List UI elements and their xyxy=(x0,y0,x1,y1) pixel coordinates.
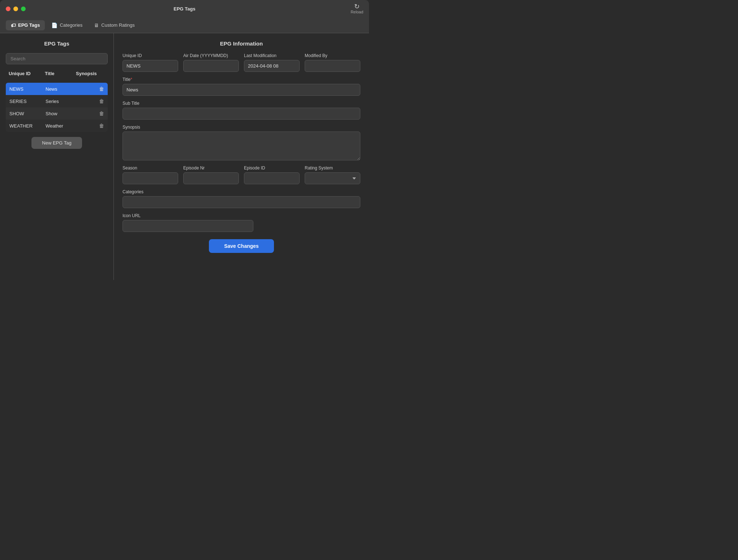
synopsis-group: Synopsis xyxy=(123,125,360,160)
form-row-ids: Unique ID Air Date (YYYYMMDD) Last Modif… xyxy=(123,53,360,72)
delete-icon[interactable]: 🗑 xyxy=(91,98,104,104)
tab-custom-ratings[interactable]: 🖥 Custom Ratings xyxy=(89,20,140,30)
modified-by-group: Modified By xyxy=(305,53,360,72)
season-group: Season xyxy=(123,165,178,184)
delete-icon[interactable]: 🗑 xyxy=(91,123,104,129)
tab-epg-tags[interactable]: 🏷 EPG Tags xyxy=(6,20,45,30)
left-panel-title: EPG Tags xyxy=(6,40,108,47)
row-unique-id: SERIES xyxy=(9,99,46,104)
row-unique-id: SHOW xyxy=(9,111,46,116)
season-input[interactable] xyxy=(123,172,178,184)
required-marker: * xyxy=(130,77,132,82)
categories-label: Categories xyxy=(123,189,360,194)
tabbar: 🏷 EPG Tags 📄 Categories 🖥 Custom Ratings xyxy=(0,17,369,33)
last-modification-label: Last Modification xyxy=(244,53,300,58)
table-row[interactable]: NEWS News 🗑 xyxy=(6,83,108,95)
row-title: Show xyxy=(46,111,91,116)
epg-table: NEWS News 🗑 SERIES Series 🗑 SHOW Show 🗑 … xyxy=(6,83,108,132)
new-epg-tag-button[interactable]: New EPG Tag xyxy=(31,137,82,149)
col-unique-id: Unique ID xyxy=(9,71,45,76)
col-title: Title xyxy=(45,71,76,76)
rating-system-group: Rating System xyxy=(305,165,360,184)
row-title: Series xyxy=(46,99,91,104)
last-modification-input[interactable] xyxy=(244,60,300,72)
tab-epg-tags-label: EPG Tags xyxy=(18,22,40,28)
tab-custom-ratings-label: Custom Ratings xyxy=(101,22,134,28)
icon-url-input[interactable] xyxy=(123,220,253,232)
row-title: Weather xyxy=(46,123,91,129)
episode-id-group: Episode ID xyxy=(244,165,300,184)
right-panel: EPG Information Unique ID Air Date (YYYY… xyxy=(114,33,369,280)
subtitle-label: Sub Title xyxy=(123,101,360,106)
episode-id-input[interactable] xyxy=(244,172,300,184)
maximize-button[interactable] xyxy=(21,7,26,11)
rating-system-label: Rating System xyxy=(305,165,360,171)
minimize-button[interactable] xyxy=(13,7,18,11)
tab-categories[interactable]: 📄 Categories xyxy=(46,20,87,30)
icon-url-label: Icon URL xyxy=(123,213,253,218)
subtitle-input[interactable] xyxy=(123,108,360,120)
row-unique-id: NEWS xyxy=(9,86,46,92)
row-unique-id: WEATHER xyxy=(9,123,46,129)
table-row[interactable]: SERIES Series 🗑 xyxy=(6,95,108,107)
form-row-categories: Categories xyxy=(123,189,360,208)
right-panel-title: EPG Information xyxy=(123,40,360,47)
episode-nr-input[interactable] xyxy=(183,172,239,184)
modified-by-input[interactable] xyxy=(305,60,360,72)
synopsis-label: Synopsis xyxy=(123,125,360,130)
subtitle-group: Sub Title xyxy=(123,101,360,120)
row-title: News xyxy=(46,86,91,92)
categories-group: Categories xyxy=(123,189,360,208)
form-row-subtitle: Sub Title xyxy=(123,101,360,120)
window-title: EPG Tags xyxy=(173,6,195,12)
episode-nr-group: Episode Nr xyxy=(183,165,239,184)
reload-icon: ↻ xyxy=(354,3,360,10)
rating-system-select[interactable] xyxy=(305,172,360,184)
air-date-label: Air Date (YYYYMMDD) xyxy=(183,53,239,58)
epg-tags-icon: 🏷 xyxy=(11,22,16,28)
form-row-episode: Season Episode Nr Episode ID Rating Syst… xyxy=(123,165,360,184)
reload-button[interactable]: ↻ Reload xyxy=(351,3,363,14)
synopsis-textarea[interactable] xyxy=(123,132,360,160)
titlebar: EPG Tags ↻ Reload xyxy=(0,0,369,17)
col-synopsis: Synopsis xyxy=(76,71,105,76)
episode-nr-label: Episode Nr xyxy=(183,165,239,171)
custom-ratings-icon: 🖥 xyxy=(94,22,99,28)
air-date-input[interactable] xyxy=(183,60,239,72)
categories-icon: 📄 xyxy=(51,22,57,28)
season-label: Season xyxy=(123,165,178,171)
form-row-icon-url: Icon URL xyxy=(123,213,360,232)
unique-id-label: Unique ID xyxy=(123,53,178,58)
title-label: Title* xyxy=(123,77,360,82)
last-modification-group: Last Modification xyxy=(244,53,300,72)
table-row[interactable]: SHOW Show 🗑 xyxy=(6,107,108,120)
traffic-lights xyxy=(6,7,26,11)
title-input[interactable] xyxy=(123,84,360,96)
close-button[interactable] xyxy=(6,7,10,11)
search-input[interactable] xyxy=(6,53,108,64)
table-row[interactable]: WEATHER Weather 🗑 xyxy=(6,120,108,132)
title-group: Title* xyxy=(123,77,360,96)
unique-id-input[interactable] xyxy=(123,60,178,72)
unique-id-group: Unique ID xyxy=(123,53,178,72)
tab-categories-label: Categories xyxy=(60,22,82,28)
main-content: EPG Tags Unique ID Title Synopsis NEWS N… xyxy=(0,33,369,280)
table-header: Unique ID Title Synopsis xyxy=(6,69,108,78)
left-panel: EPG Tags Unique ID Title Synopsis NEWS N… xyxy=(0,33,114,280)
reload-label: Reload xyxy=(351,10,363,14)
save-changes-button[interactable]: Save Changes xyxy=(209,239,274,253)
form-row-synopsis: Synopsis xyxy=(123,125,360,160)
delete-icon[interactable]: 🗑 xyxy=(91,86,104,92)
form-row-title: Title* xyxy=(123,77,360,96)
modified-by-label: Modified By xyxy=(305,53,360,58)
categories-input[interactable] xyxy=(123,196,360,208)
episode-id-label: Episode ID xyxy=(244,165,300,171)
icon-url-group: Icon URL xyxy=(123,213,253,232)
delete-icon[interactable]: 🗑 xyxy=(91,111,104,116)
air-date-group: Air Date (YYYYMMDD) xyxy=(183,53,239,72)
